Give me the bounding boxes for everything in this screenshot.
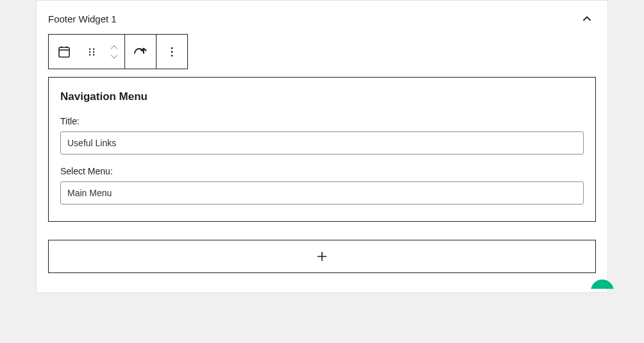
svg-point-4: [93, 51, 94, 52]
help-bubble[interactable]: [591, 280, 614, 303]
drag-handle-icon: [86, 46, 97, 58]
svg-point-9: [171, 54, 173, 56]
legacy-widget-icon: [56, 44, 72, 60]
svg-point-7: [171, 47, 173, 49]
block-type-button[interactable]: [49, 35, 80, 69]
svg-rect-0: [59, 47, 69, 57]
select-menu-label: Select Menu:: [60, 166, 584, 176]
panel-title: Footer Widget 1: [48, 13, 117, 24]
select-menu-dropdown[interactable]: Main Menu: [60, 181, 584, 205]
svg-point-6: [93, 54, 94, 55]
widget-block: Navigation Menu Title: Select Menu: Main…: [48, 77, 596, 222]
widget-block-heading: Navigation Menu: [60, 90, 584, 103]
more-vertical-icon: [165, 46, 178, 58]
chevron-up-icon: [580, 12, 593, 25]
collapse-button[interactable]: [578, 10, 596, 28]
svg-point-8: [171, 51, 173, 53]
move-to-button[interactable]: [125, 35, 156, 69]
svg-point-1: [89, 48, 90, 49]
toolbar-group-type: [49, 35, 125, 69]
toolbar-group-options: [157, 35, 187, 69]
svg-point-3: [89, 51, 90, 52]
chevron-up-icon: [110, 45, 119, 50]
title-input[interactable]: [60, 131, 584, 155]
panel-header: Footer Widget 1: [37, 1, 607, 34]
toolbar-group-transform: [125, 35, 157, 69]
drag-handle-button[interactable]: [80, 35, 104, 69]
add-block-button[interactable]: [48, 240, 596, 273]
more-options-button[interactable]: [157, 35, 187, 69]
block-toolbar: [48, 34, 188, 69]
widget-panel: Footer Widget 1: [36, 0, 608, 293]
plus-icon: [315, 249, 329, 264]
svg-point-2: [93, 48, 94, 49]
move-to-icon: [132, 44, 149, 60]
chevron-down-icon: [110, 54, 119, 59]
title-label: Title:: [60, 116, 584, 126]
svg-point-5: [89, 54, 90, 55]
move-buttons[interactable]: [104, 35, 124, 69]
